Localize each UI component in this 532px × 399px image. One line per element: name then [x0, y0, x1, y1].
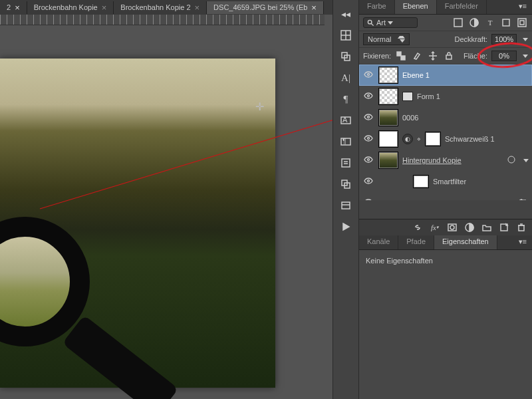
svg-rect-10	[342, 159, 350, 167]
opacity-dropdown-icon[interactable]	[523, 38, 528, 41]
group-icon[interactable]	[481, 222, 492, 233]
panel-menu-icon[interactable]: ▾≡	[513, 235, 532, 249]
paragraph-icon[interactable]: ¶	[338, 92, 353, 106]
close-tab-icon[interactable]: ×	[195, 3, 200, 12]
layers-panel-tabs: FarbeEbenenFarbfelder ▾≡	[359, 0, 532, 15]
panel-tab[interactable]: Pfade	[398, 235, 434, 249]
panel-tab[interactable]: Eigenschaften	[434, 235, 497, 249]
fx-badge-icon[interactable]	[507, 155, 517, 166]
layer-row[interactable]: 0006	[359, 107, 532, 128]
svg-text:¶: ¶	[342, 137, 346, 145]
close-tab-icon[interactable]: ×	[102, 3, 107, 12]
layer-row[interactable]: ◐⋄Schwarzweiß 1	[359, 128, 532, 150]
swatches-icon[interactable]	[338, 28, 353, 43]
layer-thumbnail[interactable]	[378, 109, 398, 126]
layer-row[interactable]: Smartfilter	[359, 171, 532, 192]
fill-input[interactable]: 0%	[491, 51, 517, 61]
tab-label: Brockenbahn Kopie	[34, 3, 98, 11]
svg-point-18	[368, 20, 372, 24]
filter-shape-icon[interactable]	[500, 17, 512, 29]
blend-mode-dropdown[interactable]: Normal	[363, 33, 410, 45]
tab-label: DSC_4659.JPG bei 25% (Eb	[213, 3, 307, 11]
panel-tab[interactable]: Ebenen	[395, 0, 437, 14]
svg-rect-23	[518, 19, 526, 27]
svg-point-33	[368, 138, 370, 140]
notes-icon[interactable]	[338, 156, 353, 170]
layer-name[interactable]: 0006	[402, 114, 418, 122]
play-icon[interactable]	[338, 219, 353, 234]
panel-menu-icon[interactable]: ▾≡	[513, 0, 532, 14]
filter-mask-thumbnail[interactable]	[413, 175, 429, 188]
layer-row[interactable]: Hintergrund Kopie	[359, 150, 532, 171]
layer-row[interactable]: Ebene 1	[359, 65, 532, 86]
adjustment-layer-icon[interactable]	[464, 222, 475, 233]
filter-type-text-icon[interactable]: T	[484, 17, 496, 29]
svg-rect-24	[520, 21, 524, 25]
para-styles-icon[interactable]: ¶	[338, 134, 353, 149]
color-icon[interactable]	[338, 49, 353, 64]
magnifier-handle-shape	[62, 315, 178, 399]
layer-name[interactable]: Schwarzweiß 1	[445, 135, 495, 143]
layer-thumbnail[interactable]	[378, 152, 398, 169]
panel-tab[interactable]: Farbfelder	[437, 0, 487, 14]
filter-adjust-icon[interactable]	[468, 17, 480, 29]
right-panel: FarbeEbenenFarbfelder ▾≡ Art T Normal De…	[359, 0, 532, 399]
svg-point-30	[368, 74, 370, 76]
document-tab[interactable]: DSC_4659.JPG bei 25% (Eb×	[207, 1, 324, 14]
document-tab[interactable]: Brockenbahn Kopie×	[27, 1, 114, 14]
filter-pixel-icon[interactable]	[452, 17, 464, 29]
svg-rect-20	[454, 19, 462, 27]
char-styles-icon[interactable]: A	[338, 113, 353, 128]
tab-label: Brockenbahn Kopie 2	[120, 3, 190, 11]
link-icon: ⋄	[417, 136, 421, 142]
collapse-icon[interactable]: ◂◂	[338, 7, 353, 21]
document-tab[interactable]: 2×	[0, 1, 27, 14]
opacity-input[interactable]: 100%	[491, 34, 517, 45]
layer-row[interactable]: Objektivkorrektur	[359, 192, 532, 200]
close-tab-icon[interactable]: ×	[311, 3, 317, 12]
layer-name[interactable]: Smartfilter	[433, 178, 466, 186]
filter-smart-icon[interactable]	[516, 17, 528, 29]
new-layer-icon[interactable]	[499, 222, 509, 233]
layer-row[interactable]: Form 1	[359, 86, 532, 107]
visibility-eye-icon[interactable]	[362, 70, 374, 80]
svg-point-34	[368, 159, 370, 161]
lock-position-icon[interactable]	[427, 50, 439, 62]
fill-dropdown-icon[interactable]	[523, 55, 528, 58]
svg-point-35	[508, 156, 515, 163]
layer-thumbnail[interactable]	[378, 130, 398, 148]
svg-rect-22	[503, 19, 509, 26]
layer-thumbnail[interactable]	[378, 88, 398, 105]
chevron-down-icon[interactable]	[521, 159, 529, 162]
history-icon[interactable]	[338, 198, 353, 213]
opacity-label: Deckkraft:	[455, 35, 488, 43]
panel-tab[interactable]: Kanäle	[359, 235, 398, 249]
layer-name[interactable]: Form 1	[417, 92, 440, 100]
layer-style-icon[interactable]: fx▾	[430, 222, 440, 233]
lock-transparency-icon[interactable]	[395, 50, 407, 62]
mask-thumbnail[interactable]	[425, 132, 441, 146]
a-tool-icon[interactable]: A|	[338, 70, 353, 85]
link-layers-icon[interactable]	[412, 222, 423, 233]
horizontal-ruler	[0, 15, 325, 25]
visibility-eye-icon[interactable]	[362, 155, 374, 166]
filter-type-dropdown[interactable]: Art	[363, 17, 418, 28]
tab-label: 2	[7, 3, 11, 11]
layer-thumbnail[interactable]	[378, 66, 398, 84]
visibility-eye-icon[interactable]	[362, 134, 374, 144]
panel-tab[interactable]: Farbe	[359, 0, 395, 14]
close-tab-icon[interactable]: ×	[15, 3, 20, 12]
image-canvas[interactable]	[0, 59, 275, 388]
layer-name[interactable]: Hintergrund Kopie	[402, 156, 462, 164]
document-tab[interactable]: Brockenbahn Kopie 2×	[114, 1, 207, 14]
layer-name[interactable]: Ebene 1	[402, 71, 430, 79]
clone-icon[interactable]	[338, 177, 353, 192]
visibility-eye-icon[interactable]	[362, 176, 374, 187]
lock-all-icon[interactable]	[443, 50, 455, 62]
layer-mask-icon[interactable]	[447, 222, 458, 233]
lock-pixels-icon[interactable]	[411, 50, 423, 62]
delete-layer-icon[interactable]	[516, 222, 527, 233]
visibility-eye-icon[interactable]	[362, 91, 374, 102]
visibility-eye-icon[interactable]	[362, 112, 374, 123]
vector-mask-thumbnail[interactable]	[402, 92, 413, 101]
